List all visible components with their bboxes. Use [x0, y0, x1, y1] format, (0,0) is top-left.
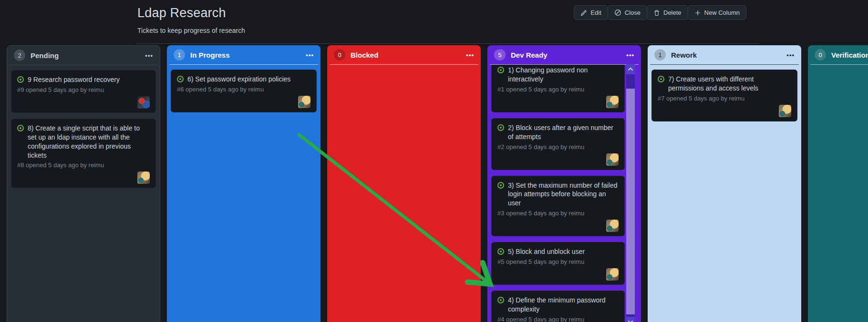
avatar — [606, 96, 619, 108]
column-rework: 1 Rework ••• 7) Create users with differ… — [648, 45, 801, 322]
column-in-progress: 1 In Progress ••• 6) Set password expira… — [167, 45, 320, 322]
issue-title-row: 9 Research password recovery — [17, 75, 150, 84]
issue-title-row: 4) Define the minimum password complexit… — [497, 296, 619, 314]
column-title: Blocked — [351, 51, 378, 59]
page-subtitle: Tickets to keep progress of research — [137, 27, 245, 34]
column-title: In Progress — [190, 51, 230, 59]
issue-card[interactable]: 1) Changing password non interactively #… — [491, 65, 625, 112]
issue-meta: #9 opened 5 days ago by reimu — [17, 86, 150, 93]
scrollbar-track[interactable] — [626, 74, 635, 317]
issue-meta: #4 opened 5 days ago by reimu — [497, 316, 619, 322]
delete-button[interactable]: Delete — [647, 5, 688, 20]
column-menu-button[interactable]: ••• — [786, 52, 795, 58]
issue-title: 5) Block and unblock user — [508, 247, 585, 256]
column-header: 1 In Progress ••• — [167, 45, 320, 64]
avatar — [137, 171, 150, 184]
column-menu-button[interactable]: ••• — [466, 52, 474, 58]
column-cards: 6) Set password expiration policies #6 o… — [167, 65, 320, 322]
column-pending: 2 Pending ••• 9 Research password recove… — [7, 45, 160, 322]
issue-open-icon — [497, 67, 504, 73]
avatar — [606, 153, 619, 166]
column-header: 5 Dev Ready ••• — [487, 45, 641, 64]
column-count-badge: 1 — [174, 49, 185, 60]
chevron-down-icon — [628, 320, 633, 322]
column-cards: 1) Changing password non interactively #… — [487, 65, 641, 322]
issue-card[interactable]: 3) Set the maximum number of failed logi… — [491, 176, 625, 237]
column-count-badge: 1 — [654, 49, 666, 60]
issue-title: 8) Create a single script that is able t… — [28, 124, 150, 160]
page-title: Ldap Research — [137, 6, 226, 20]
trash-icon — [653, 10, 660, 16]
column-title: Rework — [671, 51, 697, 59]
column-menu-button[interactable]: ••• — [145, 52, 153, 59]
issue-title-row: 3) Set the maximum number of failed logi… — [497, 181, 619, 208]
close-button[interactable]: Close — [608, 5, 647, 20]
avatar — [606, 268, 619, 281]
column-menu-button[interactable]: ••• — [306, 52, 314, 58]
column-header: 1 Rework ••• — [648, 45, 801, 64]
scroll-down-button[interactable] — [626, 317, 635, 322]
column-dev-ready: 5 Dev Ready ••• 1) Changing password non… — [487, 45, 641, 322]
column-cards: 7) Create users with different permissio… — [648, 65, 801, 322]
column-title: Pending — [31, 51, 59, 60]
column-header: 0 Verification ••• — [808, 45, 868, 64]
edit-button[interactable]: Edit — [574, 5, 608, 20]
column-scrollbar[interactable] — [626, 64, 635, 322]
issue-meta: #8 opened 5 days ago by reimu — [17, 161, 150, 169]
avatar — [298, 96, 310, 108]
scrollbar-thumb[interactable] — [626, 89, 635, 314]
issue-title: 3) Set the maximum number of failed logi… — [508, 181, 619, 208]
issue-meta: #2 opened 5 days ago by reimu — [497, 143, 619, 151]
column-count-badge: 5 — [494, 49, 506, 60]
issue-title: 4) Define the minimum password complexit… — [508, 296, 619, 314]
avatar — [137, 96, 150, 109]
delete-button-label: Delete — [663, 9, 682, 16]
issue-card[interactable]: 4) Define the minimum password complexit… — [491, 291, 625, 322]
issue-meta: #1 opened 5 days ago by reimu — [497, 86, 619, 93]
circle-slash-icon — [614, 9, 621, 16]
pencil-icon — [580, 10, 587, 16]
toolbar: Edit Close Delete New Column — [574, 5, 746, 20]
column-menu-button[interactable]: ••• — [626, 52, 634, 58]
column-verification: 0 Verification ••• — [808, 45, 868, 322]
issue-title: 9 Research password recovery — [28, 75, 120, 84]
close-button-label: Close — [625, 9, 641, 16]
avatar — [606, 220, 619, 232]
new-column-button-label: New Column — [704, 9, 740, 16]
edit-button-label: Edit — [590, 9, 601, 16]
scroll-up-button[interactable] — [626, 64, 635, 74]
column-cards — [808, 65, 868, 322]
issue-open-icon — [177, 76, 184, 82]
issue-open-icon — [497, 182, 504, 189]
issue-title-row: 8) Create a single script that is able t… — [17, 124, 150, 160]
column-title: Verification — [831, 51, 868, 59]
issue-open-icon — [17, 76, 24, 83]
issue-card[interactable]: 9 Research password recovery #9 opened 5… — [11, 70, 156, 113]
board: 2 Pending ••• 9 Research password recove… — [7, 45, 868, 322]
issue-card[interactable]: 7) Create users with different permissio… — [651, 70, 797, 121]
column-header: 2 Pending ••• — [7, 46, 160, 65]
chevron-up-icon — [628, 67, 633, 71]
issue-card[interactable]: 2) Block users after a given number of a… — [491, 118, 625, 170]
column-cards: 9 Research password recovery #9 opened 5… — [7, 65, 160, 322]
avatar — [779, 105, 791, 117]
column-blocked: 0 Blocked ••• — [327, 45, 481, 322]
plus-icon — [694, 10, 701, 16]
issue-title: 6) Set password expiration policies — [187, 75, 290, 84]
issue-open-icon — [497, 248, 504, 255]
new-column-button[interactable]: New Column — [688, 5, 746, 20]
issue-title: 1) Changing password non interactively — [508, 66, 619, 84]
issue-card[interactable]: 5) Block and unblock user #5 opened 5 da… — [491, 242, 625, 285]
column-count-badge: 0 — [334, 49, 345, 60]
issue-card[interactable]: 8) Create a single script that is able t… — [11, 119, 156, 189]
issue-title-row: 5) Block and unblock user — [497, 247, 619, 256]
issue-open-icon — [497, 297, 504, 303]
issue-title-row: 7) Create users with different permissio… — [658, 75, 791, 93]
issue-card[interactable]: 6) Set password expiration policies #6 o… — [171, 70, 317, 112]
issue-meta: #7 opened 5 days ago by reimu — [658, 95, 791, 102]
issue-open-icon — [658, 76, 664, 82]
column-cards — [327, 65, 481, 322]
header-divider — [136, 43, 759, 44]
issue-title-row: 2) Block users after a given number of a… — [497, 123, 619, 141]
issue-meta: #3 opened 5 days ago by reimu — [497, 210, 619, 217]
